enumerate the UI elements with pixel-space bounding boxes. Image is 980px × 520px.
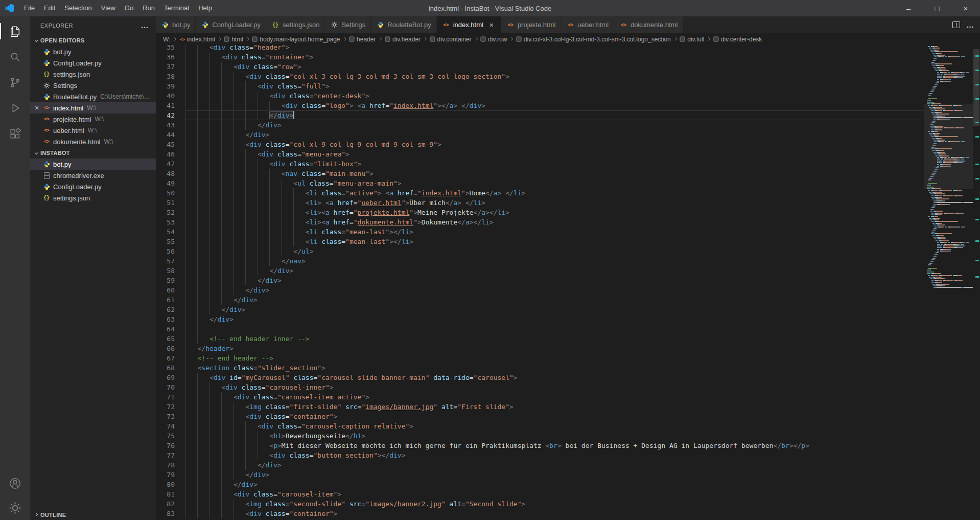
code-line-49[interactable]: 49 <ul class="menu-area-main"> xyxy=(156,178,924,188)
tab-index.html[interactable]: <>index.html× xyxy=(437,16,501,33)
menu-help[interactable]: Help xyxy=(194,0,217,16)
menu-go[interactable]: Go xyxy=(120,0,138,16)
minimize-icon[interactable]: – xyxy=(894,0,923,16)
breadcrumb-item[interactable]: body.main-layout.home_page xyxy=(251,36,340,43)
menu-selection[interactable]: Selection xyxy=(60,0,96,16)
code-line-58[interactable]: 58 </div> xyxy=(156,266,924,276)
activity-source-control-icon[interactable] xyxy=(0,70,30,95)
code-line-57[interactable]: 57 </nav> xyxy=(156,256,924,266)
code-line-48[interactable]: 48 <nav class="main-menu"> xyxy=(156,169,924,178)
code-line-73[interactable]: 73 <div class="container"> xyxy=(156,412,924,421)
breadcrumb-item[interactable]: div.header xyxy=(384,36,421,43)
code-line-63[interactable]: 63 </div> xyxy=(156,314,924,324)
workspace-file-item[interactable]: {}settings.json xyxy=(30,192,156,204)
activity-search-icon[interactable] xyxy=(0,44,30,70)
code-line-47[interactable]: 47 <div class="limit-box"> xyxy=(156,159,924,169)
code-line-38[interactable]: 38 <div class="col-xl-3 col-lg-3 col-md-… xyxy=(156,72,924,81)
code-line-51[interactable]: 51 <li> <a href="ueber.html">Über mich</… xyxy=(156,198,924,208)
code-line-55[interactable]: 55 <li class="mean-last"></li> xyxy=(156,237,924,246)
menu-terminal[interactable]: Terminal xyxy=(159,0,194,16)
open-editor-item[interactable]: Settings xyxy=(30,80,156,91)
code-line-70[interactable]: 70 <div class="carousel-inner"> xyxy=(156,382,924,392)
breadcrumb-item[interactable]: div.center-desk xyxy=(713,36,762,43)
code-line-56[interactable]: 56 </ul> xyxy=(156,246,924,256)
code-line-74[interactable]: 74 <div class="carousel-caption relative… xyxy=(156,421,924,431)
editor-more-actions-icon[interactable]: … xyxy=(966,22,974,28)
activity-extensions-icon[interactable] xyxy=(0,121,30,146)
open-editor-item[interactable]: <>dokumente.htmlW:\ xyxy=(30,136,156,147)
code-line-42[interactable]: 42 </div> xyxy=(156,110,924,120)
code-line-67[interactable]: 67 <!-- end header --> xyxy=(156,353,924,363)
code-editor[interactable]: 35 <div class="header">36 <div class="co… xyxy=(156,45,980,520)
code-line-81[interactable]: 81 <div class="carousel-item"> xyxy=(156,489,924,499)
open-editor-item[interactable]: ×<>index.htmlW:\ xyxy=(30,102,156,114)
tab-projekte.html[interactable]: <>projekte.html xyxy=(501,16,561,33)
tab-ConfigLoader.py[interactable]: ConfigLoader.py xyxy=(196,16,266,33)
open-editor-item[interactable]: bot.py xyxy=(30,46,156,57)
close-editor-icon[interactable]: × xyxy=(33,104,40,111)
code-line-61[interactable]: 61 </div> xyxy=(156,295,924,305)
maximize-icon[interactable]: □ xyxy=(923,0,951,16)
open-editor-item[interactable]: ConfigLoader.py xyxy=(30,57,156,69)
open-editor-item[interactable]: <>ueber.htmlW:\ xyxy=(30,125,156,136)
code-line-39[interactable]: 39 <div class="full"> xyxy=(156,81,924,91)
code-line-60[interactable]: 60 </div> xyxy=(156,285,924,295)
menu-file[interactable]: File xyxy=(19,0,39,16)
code-line-71[interactable]: 71 <div class="carousel-item active"> xyxy=(156,392,924,402)
tab-Settings[interactable]: Settings xyxy=(325,16,371,33)
breadcrumb-item[interactable]: header xyxy=(348,36,376,43)
tab-RouletteBot.py[interactable]: RouletteBot.py xyxy=(371,16,436,33)
editor-scrollbar[interactable] xyxy=(973,45,980,520)
tab-close-icon[interactable]: × xyxy=(487,21,496,29)
code-line-82[interactable]: 82 <img class="second-slide" src="images… xyxy=(156,499,924,509)
code-line-46[interactable]: 46 <div class="menu-area"> xyxy=(156,149,924,159)
tab-bot.py[interactable]: bot.py xyxy=(156,16,196,33)
menu-edit[interactable]: Edit xyxy=(39,0,60,16)
breadcrumb-item[interactable]: div.row xyxy=(480,36,507,43)
tab-dokumente.html[interactable]: <>dokumente.html xyxy=(614,16,684,33)
code-line-66[interactable]: 66 </header> xyxy=(156,344,924,353)
breadcrumb-item[interactable]: html xyxy=(223,36,243,43)
code-line-35[interactable]: 35 <div class="header"> xyxy=(156,45,924,52)
breadcrumb-item[interactable]: div.col-xl-3.col-lg-3.col-md-3.col-sm-3.… xyxy=(516,36,671,43)
code-line-76[interactable]: 76 <p>Mit dieser Webseite möchte ich mic… xyxy=(156,441,924,450)
sidebar-more-actions-icon[interactable]: … xyxy=(141,23,149,28)
open-editor-item[interactable]: {}settings.json xyxy=(30,69,156,80)
code-line-69[interactable]: 69 <div id="myCarousel" class="carousel … xyxy=(156,373,924,382)
split-editor-icon[interactable] xyxy=(952,21,960,28)
activity-explorer-icon[interactable] xyxy=(0,18,30,44)
close-icon[interactable]: × xyxy=(951,0,980,16)
code-line-44[interactable]: 44 </div> xyxy=(156,130,924,140)
workspace-header[interactable]: INSTABOT xyxy=(30,147,156,159)
code-line-78[interactable]: 78 </div> xyxy=(156,460,924,470)
code-line-65[interactable]: 65 <!-- end header inner --> xyxy=(156,334,924,344)
workspace-file-item[interactable]: chromedriver.exe xyxy=(30,170,156,181)
code-line-36[interactable]: 36 <div class="container"> xyxy=(156,52,924,62)
tab-ueber.html[interactable]: <>ueber.html xyxy=(561,16,614,33)
code-line-83[interactable]: 83 <div class="container"> xyxy=(156,509,924,518)
code-line-72[interactable]: 72 <img class="first-slide" src="images/… xyxy=(156,402,924,412)
activity-account-icon[interactable] xyxy=(0,471,30,495)
code-pane[interactable]: 35 <div class="header">36 <div class="co… xyxy=(156,45,924,520)
breadcrumb-item[interactable]: W: xyxy=(163,36,170,43)
open-editors-header[interactable]: OPEN EDITORS xyxy=(30,35,156,46)
activity-run-debug-icon[interactable] xyxy=(0,95,30,121)
tab-settings.json[interactable]: {}settings.json xyxy=(266,16,325,33)
open-editor-item[interactable]: <>projekte.htmlW:\ xyxy=(30,114,156,125)
workspace-file-item[interactable]: bot.py xyxy=(30,159,156,170)
scrollbar-thumb[interactable] xyxy=(973,49,979,126)
code-line-59[interactable]: 59 </div> xyxy=(156,276,924,285)
menu-view[interactable]: View xyxy=(97,0,120,16)
code-line-54[interactable]: 54 <li class="mean-last"></li> xyxy=(156,227,924,237)
breadcrumb-item[interactable]: <>index.html xyxy=(179,36,215,43)
code-line-37[interactable]: 37 <div class="row"> xyxy=(156,62,924,72)
code-line-52[interactable]: 52 <li><a href="projekte.html">Meine Pro… xyxy=(156,208,924,217)
open-editor-item[interactable]: RouletteBot.pyC:\Users\miche\Do... xyxy=(30,91,156,102)
breadcrumb-item[interactable]: div.full xyxy=(679,36,704,43)
code-line-43[interactable]: 43 </div> xyxy=(156,120,924,130)
code-line-41[interactable]: 41 <div class="logo"> <a href="index.htm… xyxy=(156,101,924,110)
menu-run[interactable]: Run xyxy=(138,0,159,16)
code-line-53[interactable]: 53 <li><a href="dokumente.html">Dokument… xyxy=(156,217,924,227)
code-line-80[interactable]: 80 </div> xyxy=(156,480,924,489)
code-line-64[interactable]: 64 xyxy=(156,324,924,334)
